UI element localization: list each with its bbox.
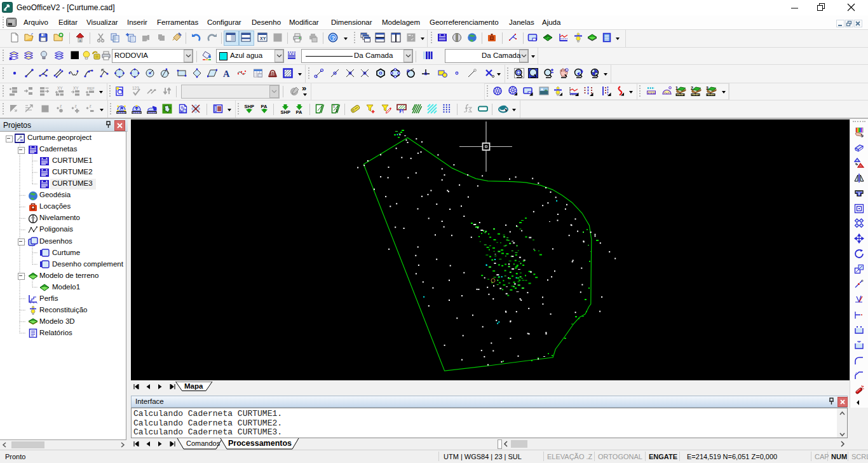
svg-text:XY: XY [57, 86, 63, 90]
svg-text:123: 123 [132, 86, 139, 90]
svg-text:XY: XY [260, 36, 266, 41]
svg-text:XY: XY [73, 86, 79, 90]
svg-text:PA: PA [261, 104, 268, 109]
svg-text:z: z [60, 104, 62, 108]
svg-text:PA: PA [296, 109, 302, 114]
svg-text:z: z [75, 104, 77, 108]
svg-text:REF: REF [87, 86, 95, 90]
svg-text:?: ? [331, 34, 335, 41]
svg-text:1: 1 [333, 104, 335, 108]
svg-text:SHP: SHP [245, 104, 254, 109]
svg-text:2: 2 [336, 109, 337, 113]
svg-text:z: z [90, 104, 92, 108]
svg-text:N: N [400, 109, 403, 113]
svg-text:A: A [223, 69, 230, 79]
svg-text:SHP: SHP [281, 109, 290, 114]
